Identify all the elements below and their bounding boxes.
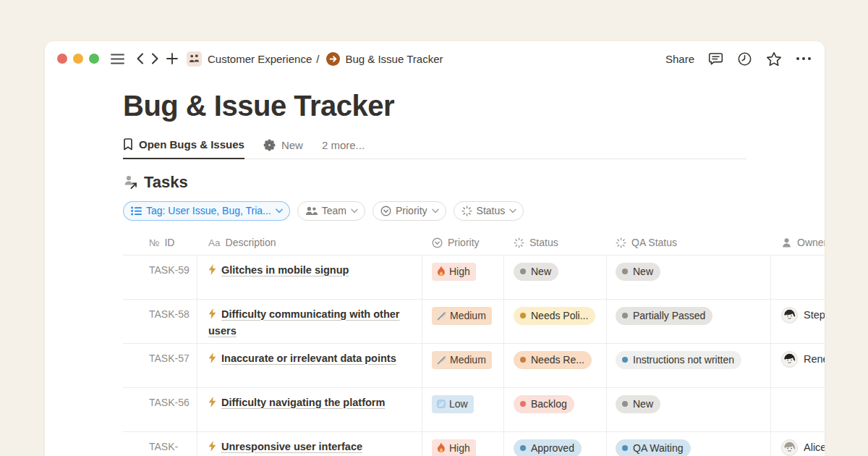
filter-chip-tag[interactable]: Tag: User Issue, Bug, Tria... bbox=[123, 201, 290, 221]
lightning-bolt-icon bbox=[208, 352, 216, 368]
filter-chip-priority[interactable]: Priority bbox=[373, 201, 446, 221]
traffic-light-close-icon[interactable] bbox=[57, 54, 67, 64]
status-dot bbox=[622, 445, 628, 451]
status-dot bbox=[520, 445, 526, 451]
filter-bar: Tag: User Issue, Bug, Tria... Team Prior… bbox=[123, 201, 825, 221]
table-row: TASK- Unresponsive user interface High bbox=[123, 431, 825, 456]
chevron-down-icon bbox=[432, 208, 439, 214]
cell-owner[interactable]: Alice bbox=[771, 432, 825, 456]
column-header-qa-status[interactable]: QA Status bbox=[607, 231, 771, 255]
chevron-down-icon bbox=[351, 208, 358, 214]
flower-badge-icon bbox=[263, 139, 276, 151]
priority-select-icon bbox=[432, 237, 443, 248]
column-header-description[interactable]: Aa Description bbox=[197, 231, 422, 255]
column-header-id[interactable]: № ID bbox=[123, 231, 197, 255]
breadcrumb-separator: / bbox=[316, 53, 319, 65]
cell-description[interactable]: Glitches in mobile signup bbox=[197, 256, 422, 299]
numero-icon: № bbox=[149, 237, 159, 248]
cell-qa-status[interactable]: New bbox=[607, 388, 771, 431]
cell-qa-status[interactable]: QA Waiting bbox=[607, 432, 771, 456]
priority-emoji-icon bbox=[437, 266, 446, 276]
status-dot bbox=[520, 313, 526, 318]
avatar bbox=[781, 439, 798, 456]
status-dot bbox=[520, 357, 526, 363]
breadcrumb-page[interactable]: Bug & Issue Tracker bbox=[345, 53, 443, 65]
filter-chip-status[interactable]: Status bbox=[454, 201, 524, 221]
avatar bbox=[781, 307, 798, 324]
cell-qa-status[interactable]: New bbox=[607, 256, 771, 299]
cell-priority[interactable]: Medium bbox=[422, 300, 504, 343]
status-dot bbox=[520, 269, 526, 274]
cell-id[interactable]: TASK-59 bbox=[123, 256, 197, 299]
forward-icon[interactable] bbox=[151, 53, 159, 64]
cell-description[interactable]: Difficulty communicating with other user… bbox=[197, 300, 422, 343]
table-row: TASK-58 Difficulty communicating with ot… bbox=[123, 299, 825, 343]
column-header-priority[interactable]: Priority bbox=[422, 231, 504, 255]
status-dot bbox=[622, 357, 628, 363]
view-tabs: Open Bugs & Issues New 2 more... bbox=[123, 138, 746, 159]
status-dot bbox=[520, 401, 526, 407]
new-page-icon[interactable] bbox=[166, 53, 178, 64]
tab-open-bugs-issues[interactable]: Open Bugs & Issues bbox=[123, 138, 244, 159]
table-header-row: № ID Aa Description Priority Status bbox=[123, 231, 825, 255]
cell-status[interactable]: Needs Poli... bbox=[504, 300, 607, 343]
column-header-status[interactable]: Status bbox=[504, 231, 607, 255]
cell-status[interactable]: Needs Re... bbox=[504, 344, 607, 387]
cell-description[interactable]: Difficulty navigating the platform bbox=[197, 388, 422, 431]
table-row: TASK-59 Glitches in mobile signup High bbox=[123, 255, 825, 299]
sidebar-menu-icon[interactable] bbox=[111, 54, 124, 64]
cell-qa-status[interactable]: Instructions not written bbox=[607, 344, 771, 387]
tab-label: New bbox=[281, 139, 303, 151]
cell-status[interactable]: Backlog bbox=[504, 388, 607, 431]
tab-label: 2 more... bbox=[322, 139, 365, 151]
breadcrumb-workspace[interactable]: Customer Experience bbox=[208, 53, 312, 65]
filter-label: Tag: User Issue, Bug, Tria... bbox=[146, 205, 271, 216]
tab-more-views[interactable]: 2 more... bbox=[322, 139, 365, 159]
app-window: Customer Experience / Bug & Issue Tracke… bbox=[45, 41, 825, 456]
cell-id[interactable]: TASK-58 bbox=[123, 300, 197, 343]
status-dot bbox=[622, 269, 628, 274]
lightning-bolt-icon bbox=[208, 397, 216, 412]
cell-qa-status[interactable]: Partially Passed bbox=[607, 300, 771, 343]
cell-id[interactable]: TASK-57 bbox=[123, 344, 197, 387]
lightning-bolt-icon bbox=[208, 441, 216, 456]
tasks-table: № ID Aa Description Priority Status bbox=[123, 231, 825, 456]
filter-label: Team bbox=[322, 205, 346, 216]
cell-status[interactable]: New bbox=[504, 256, 607, 299]
cell-status[interactable]: Approved bbox=[504, 432, 607, 456]
tab-new[interactable]: New bbox=[263, 139, 303, 159]
cell-description[interactable]: Inaccurate or irrelevant data points bbox=[197, 344, 422, 387]
column-header-owner[interactable]: Owner bbox=[771, 231, 825, 255]
cell-id[interactable]: TASK-56 bbox=[123, 388, 197, 431]
cell-owner[interactable] bbox=[771, 388, 825, 431]
share-button[interactable]: Share bbox=[665, 53, 694, 65]
cell-priority[interactable]: Medium bbox=[422, 344, 504, 387]
filter-chip-team[interactable]: Team bbox=[297, 201, 365, 221]
more-options-icon[interactable] bbox=[796, 56, 812, 61]
comments-icon[interactable] bbox=[708, 51, 723, 66]
traffic-light-zoom-icon[interactable] bbox=[89, 54, 99, 64]
workspace-emoji-icon[interactable] bbox=[187, 51, 202, 67]
cell-owner[interactable]: Steph bbox=[771, 300, 825, 343]
priority-emoji-icon bbox=[437, 311, 446, 321]
cell-owner[interactable] bbox=[771, 256, 825, 299]
cell-priority[interactable]: High bbox=[422, 256, 504, 299]
history-clock-icon[interactable] bbox=[737, 51, 752, 67]
status-spinner-icon bbox=[616, 237, 626, 248]
bulleted-list-icon bbox=[131, 206, 142, 216]
favorite-star-icon[interactable] bbox=[766, 51, 782, 67]
status-dot bbox=[622, 313, 628, 318]
cell-owner[interactable]: Rene bbox=[771, 344, 825, 387]
table-row: TASK-56 Difficulty navigating the platfo… bbox=[123, 387, 825, 431]
chevron-down-icon bbox=[509, 208, 516, 214]
bookmark-icon bbox=[123, 138, 133, 151]
tasks-section-header: Tasks bbox=[123, 173, 825, 192]
back-icon[interactable] bbox=[136, 53, 144, 64]
cell-priority[interactable]: High bbox=[422, 432, 504, 456]
status-spinner-icon bbox=[514, 237, 524, 248]
tab-label: Open Bugs & Issues bbox=[139, 138, 244, 151]
cell-priority[interactable]: Low bbox=[422, 388, 504, 431]
cell-id[interactable]: TASK- bbox=[123, 432, 197, 456]
cell-description[interactable]: Unresponsive user interface bbox=[197, 432, 422, 456]
traffic-light-minimize-icon[interactable] bbox=[73, 54, 83, 64]
